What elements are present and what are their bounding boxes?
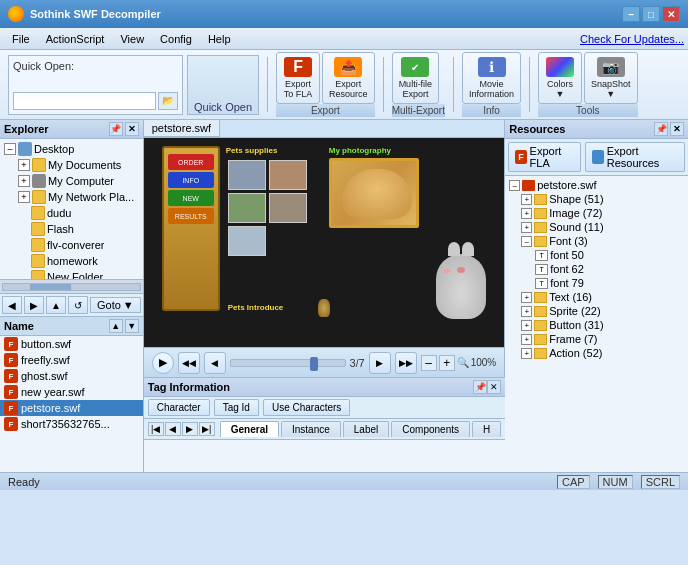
menu-file[interactable]: File bbox=[4, 31, 38, 47]
list-item[interactable]: F freefly.swf bbox=[0, 352, 143, 368]
explorer-scroll-track[interactable] bbox=[2, 283, 141, 291]
tree-item-mydocs[interactable]: + My Documents bbox=[2, 157, 141, 173]
res-item-font79[interactable]: T font 79 bbox=[507, 276, 686, 290]
explorer-scrollbar[interactable] bbox=[0, 279, 143, 293]
minimize-button[interactable]: – bbox=[622, 6, 640, 22]
res-item-text[interactable]: + Text (16) bbox=[507, 290, 686, 304]
nav-back-button[interactable]: ◀ bbox=[2, 296, 22, 314]
res-item-action[interactable]: + Action (52) bbox=[507, 346, 686, 360]
menu-config[interactable]: Config bbox=[152, 31, 200, 47]
tab-general[interactable]: General bbox=[220, 421, 279, 437]
res-item-sprite[interactable]: + Sprite (22) bbox=[507, 304, 686, 318]
tag-nav-next[interactable]: ▶ bbox=[182, 422, 198, 436]
step-forward-button[interactable]: ▶ bbox=[369, 352, 391, 374]
swf-tab[interactable]: petstore.swf bbox=[144, 120, 220, 137]
res-item-image[interactable]: + Image (72) bbox=[507, 206, 686, 220]
expand-petstore[interactable]: – bbox=[509, 180, 520, 191]
file-list-down[interactable]: ▼ bbox=[125, 319, 139, 333]
export-resource-button[interactable]: 📤 ExportResource bbox=[322, 52, 375, 104]
close-button[interactable]: ✕ bbox=[662, 6, 680, 22]
tag-tab-tagid[interactable]: Tag Id bbox=[214, 399, 259, 416]
list-item[interactable]: F ghost.swf bbox=[0, 368, 143, 384]
list-item[interactable]: F button.swf bbox=[0, 336, 143, 352]
resources-pin[interactable]: 📌 bbox=[654, 122, 668, 136]
expand-sprite[interactable]: + bbox=[521, 306, 532, 317]
tag-info-close[interactable]: ✕ bbox=[487, 380, 501, 394]
expand-frame[interactable]: + bbox=[521, 334, 532, 345]
tree-item-flvconverter[interactable]: flv-converer bbox=[2, 237, 141, 253]
tag-nav-first[interactable]: |◀ bbox=[148, 422, 164, 436]
timeline-thumb[interactable] bbox=[310, 357, 318, 371]
colors-button[interactable]: Colors▼ bbox=[538, 52, 582, 104]
export-fla-res-button[interactable]: F Export FLA bbox=[508, 142, 581, 172]
multi-export-button[interactable]: ✔ Multi-fileExport bbox=[392, 52, 440, 104]
resources-close[interactable]: ✕ bbox=[670, 122, 684, 136]
explorer-close-button[interactable]: ✕ bbox=[125, 122, 139, 136]
export-resources-button[interactable]: Export Resources bbox=[585, 142, 685, 172]
res-item-font50[interactable]: T font 50 bbox=[507, 248, 686, 262]
res-item-font[interactable]: – Font (3) bbox=[507, 234, 686, 248]
tree-item-mynetwork[interactable]: + My Network Pla... bbox=[2, 189, 141, 205]
res-item-sound[interactable]: + Sound (11) bbox=[507, 220, 686, 234]
explorer-pin-button[interactable]: 📌 bbox=[109, 122, 123, 136]
snapshot-button[interactable]: 📷 SnapShot▼ bbox=[584, 52, 638, 104]
tag-nav-prev[interactable]: ◀ bbox=[165, 422, 181, 436]
tab-components[interactable]: Components bbox=[391, 421, 470, 437]
zoom-out-button[interactable]: – bbox=[421, 355, 437, 371]
step-back-button[interactable]: ◀ bbox=[204, 352, 226, 374]
res-item-font62[interactable]: T font 62 bbox=[507, 262, 686, 276]
nav-refresh-button[interactable]: ↺ bbox=[68, 296, 88, 314]
expand-mydocs[interactable]: + bbox=[18, 159, 30, 171]
res-item-frame[interactable]: + Frame (7) bbox=[507, 332, 686, 346]
res-item-shape[interactable]: + Shape (51) bbox=[507, 192, 686, 206]
tab-label[interactable]: Label bbox=[343, 421, 389, 437]
tree-item-homework[interactable]: homework bbox=[2, 253, 141, 269]
file-list-up[interactable]: ▲ bbox=[109, 319, 123, 333]
menu-actionscript[interactable]: ActionScript bbox=[38, 31, 113, 47]
movie-info-button[interactable]: ℹ MovieInformation bbox=[462, 52, 521, 104]
nav-up-button[interactable]: ▲ bbox=[46, 296, 66, 314]
tree-item-mycomputer[interactable]: + My Computer bbox=[2, 173, 141, 189]
rewind-button[interactable]: ◀◀ bbox=[178, 352, 200, 374]
quick-open-input[interactable] bbox=[13, 92, 156, 110]
check-updates-link[interactable]: Check For Updates... bbox=[580, 33, 684, 45]
play-button[interactable]: ▶ bbox=[152, 352, 174, 374]
tree-item-flash[interactable]: Flash bbox=[2, 221, 141, 237]
list-item[interactable]: F petstore.swf bbox=[0, 400, 143, 416]
expand-mynetwork[interactable]: + bbox=[18, 191, 30, 203]
expand-text[interactable]: + bbox=[521, 292, 532, 303]
res-item-petstore[interactable]: – petstore.swf bbox=[507, 178, 686, 192]
tree-item-desktop[interactable]: – Desktop bbox=[2, 141, 141, 157]
tag-info-pin[interactable]: 📌 bbox=[473, 380, 487, 394]
expand-font[interactable]: – bbox=[521, 236, 532, 247]
end-button[interactable]: ▶▶ bbox=[395, 352, 417, 374]
tag-tab-usecharacters[interactable]: Use Characters bbox=[263, 399, 350, 416]
expand-button[interactable]: + bbox=[521, 320, 532, 331]
tag-nav-last[interactable]: ▶| bbox=[199, 422, 215, 436]
expand-mycomputer[interactable]: + bbox=[18, 175, 30, 187]
expand-shape[interactable]: + bbox=[521, 194, 532, 205]
res-item-button[interactable]: + Button (31) bbox=[507, 318, 686, 332]
tree-item-dudu[interactable]: dudu bbox=[2, 205, 141, 221]
nav-forward-button[interactable]: ▶ bbox=[24, 296, 44, 314]
menu-view[interactable]: View bbox=[112, 31, 152, 47]
timeline-bar[interactable] bbox=[230, 359, 346, 367]
expand-sound[interactable]: + bbox=[521, 222, 532, 233]
expand-desktop[interactable]: – bbox=[4, 143, 16, 155]
tab-h[interactable]: H bbox=[472, 421, 501, 437]
export-fla-button[interactable]: F ExportTo FLA bbox=[276, 52, 320, 104]
explorer-scroll-thumb[interactable] bbox=[30, 284, 71, 290]
browse-button[interactable]: 📂 bbox=[158, 92, 178, 110]
goto-button[interactable]: Goto ▼ bbox=[90, 297, 141, 313]
tag-tab-character[interactable]: Character bbox=[148, 399, 210, 416]
tree-item-newfolder[interactable]: New Folder bbox=[2, 269, 141, 279]
expand-image[interactable]: + bbox=[521, 208, 532, 219]
menu-help[interactable]: Help bbox=[200, 31, 239, 47]
tab-instance[interactable]: Instance bbox=[281, 421, 341, 437]
list-item[interactable]: F new year.swf bbox=[0, 384, 143, 400]
zoom-in-button[interactable]: + bbox=[439, 355, 455, 371]
expand-action[interactable]: + bbox=[521, 348, 532, 359]
resources-header: Resources 📌 ✕ bbox=[505, 120, 688, 139]
maximize-button[interactable]: □ bbox=[642, 6, 660, 22]
list-item[interactable]: F short735632765... bbox=[0, 416, 143, 432]
